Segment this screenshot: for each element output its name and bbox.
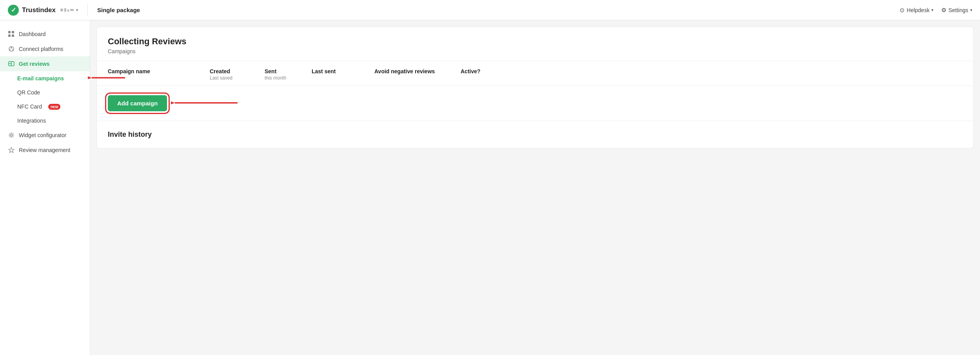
sidebar-item-integrations-label: Integrations bbox=[17, 118, 46, 124]
top-navigation: ✓ Trustindex ▾ Single package ⊙ Helpdesk… bbox=[0, 0, 980, 20]
column-last-sent: Last sent bbox=[312, 68, 374, 74]
campaign-area: Add campaign bbox=[97, 86, 973, 121]
widget-configurator-icon bbox=[8, 132, 15, 139]
logo-area: ✓ Trustindex ▾ bbox=[8, 5, 78, 16]
svg-line-8 bbox=[10, 48, 11, 50]
svg-point-6 bbox=[9, 50, 11, 51]
sidebar-item-integrations[interactable]: Integrations bbox=[0, 114, 90, 128]
helpdesk-icon: ⊙ bbox=[900, 7, 905, 14]
column-campaign-name-label: Campaign name bbox=[108, 68, 210, 74]
sidebar-item-get-reviews[interactable]: Get reviews bbox=[0, 56, 90, 71]
sidebar-item-connect-platforms[interactable]: Connect platforms bbox=[0, 42, 90, 56]
package-label: Single package bbox=[97, 7, 140, 13]
svg-line-21 bbox=[13, 133, 13, 134]
main-content: Collecting Reviews Campaigns Campaign na… bbox=[90, 20, 980, 355]
sidebar-item-dashboard[interactable]: Dashboard bbox=[0, 27, 90, 42]
content-card: Collecting Reviews Campaigns Campaign na… bbox=[96, 27, 974, 149]
column-avoid-negative: Avoid negative reviews bbox=[374, 68, 461, 74]
logo-check-icon: ✓ bbox=[8, 5, 19, 16]
logo-dot-4 bbox=[70, 9, 74, 11]
column-active: Active? bbox=[461, 68, 500, 74]
column-sent-sublabel: this month bbox=[265, 75, 312, 81]
logo-dots: ▾ bbox=[60, 8, 78, 12]
svg-marker-23 bbox=[9, 147, 14, 153]
settings-gear-icon: ⚙ bbox=[941, 7, 946, 14]
sidebar-item-review-management[interactable]: Review management bbox=[0, 143, 90, 158]
sidebar: Dashboard Connect platforms bbox=[0, 20, 90, 355]
logo-dot-3 bbox=[67, 9, 69, 12]
column-last-sent-label: Last sent bbox=[312, 68, 374, 74]
column-created: Created Last saved bbox=[210, 68, 265, 81]
svg-point-7 bbox=[13, 50, 14, 51]
invite-history-title: Invite history bbox=[108, 130, 962, 139]
sidebar-item-qr-code[interactable]: QR Code bbox=[0, 85, 90, 100]
dropdown-icon[interactable]: ▾ bbox=[76, 8, 78, 12]
sidebar-item-nfc-card-label: NFC Card bbox=[17, 103, 42, 110]
column-active-label: Active? bbox=[461, 68, 500, 74]
add-campaign-arrow bbox=[171, 96, 240, 111]
settings-button[interactable]: ⚙ Settings ▾ bbox=[941, 7, 972, 14]
review-management-icon bbox=[8, 147, 15, 154]
sidebar-item-widget-configurator[interactable]: Widget configurator bbox=[0, 128, 90, 143]
email-campaigns-wrapper: E-mail campaigns bbox=[0, 71, 90, 85]
logo-dot-2 bbox=[64, 8, 66, 12]
svg-line-19 bbox=[9, 133, 10, 134]
dashboard-icon bbox=[8, 31, 15, 38]
sidebar-item-connect-platforms-label: Connect platforms bbox=[19, 46, 64, 52]
sidebar-item-nfc-card[interactable]: NFC Card new bbox=[0, 100, 90, 114]
svg-line-9 bbox=[11, 48, 13, 50]
brand-name: Trustindex bbox=[22, 6, 56, 14]
sidebar-item-qr-code-label: QR Code bbox=[17, 89, 40, 96]
card-header: Collecting Reviews Campaigns bbox=[97, 27, 973, 61]
svg-point-5 bbox=[11, 47, 12, 48]
sidebar-item-get-reviews-label: Get reviews bbox=[19, 61, 50, 67]
connect-platforms-icon bbox=[8, 45, 15, 53]
app-layout: Dashboard Connect platforms bbox=[0, 20, 980, 355]
column-avoid-negative-label: Avoid negative reviews bbox=[374, 68, 461, 74]
sidebar-item-review-management-label: Review management bbox=[19, 147, 71, 153]
add-campaign-button[interactable]: Add campaign bbox=[108, 95, 167, 111]
svg-line-22 bbox=[9, 136, 10, 137]
settings-label: Settings bbox=[948, 7, 968, 13]
sidebar-item-widget-configurator-label: Widget configurator bbox=[19, 132, 66, 138]
column-sent-label: Sent bbox=[265, 68, 312, 74]
svg-point-14 bbox=[11, 134, 13, 136]
sidebar-item-email-campaigns-label: E-mail campaigns bbox=[17, 75, 64, 82]
invite-history-section: Invite history bbox=[97, 121, 973, 148]
svg-rect-3 bbox=[12, 34, 14, 37]
svg-rect-1 bbox=[12, 31, 14, 33]
nfc-new-badge: new bbox=[48, 104, 60, 110]
helpdesk-label: Helpdesk bbox=[907, 7, 929, 13]
column-campaign-name: Campaign name bbox=[108, 68, 210, 74]
nav-divider bbox=[87, 4, 88, 16]
svg-rect-2 bbox=[8, 34, 11, 37]
column-created-label: Created bbox=[210, 68, 265, 74]
table-header: Campaign name Created Last saved Sent th… bbox=[97, 61, 973, 86]
helpdesk-button[interactable]: ⊙ Helpdesk ▾ bbox=[900, 7, 933, 14]
sidebar-item-dashboard-label: Dashboard bbox=[19, 31, 46, 37]
sidebar-item-email-campaigns[interactable]: E-mail campaigns bbox=[0, 71, 90, 85]
settings-chevron-icon: ▾ bbox=[970, 8, 972, 12]
svg-line-20 bbox=[13, 136, 13, 137]
card-title: Collecting Reviews bbox=[108, 36, 962, 47]
svg-rect-0 bbox=[8, 31, 11, 33]
helpdesk-chevron-icon: ▾ bbox=[931, 8, 933, 12]
column-created-sublabel: Last saved bbox=[210, 75, 265, 81]
logo-dot-1 bbox=[60, 9, 63, 11]
column-sent: Sent this month bbox=[265, 68, 312, 81]
card-subtitle: Campaigns bbox=[108, 48, 962, 54]
add-campaign-container: Add campaign bbox=[108, 95, 167, 111]
get-reviews-icon bbox=[8, 60, 15, 67]
nav-right: ⊙ Helpdesk ▾ ⚙ Settings ▾ bbox=[900, 7, 972, 14]
